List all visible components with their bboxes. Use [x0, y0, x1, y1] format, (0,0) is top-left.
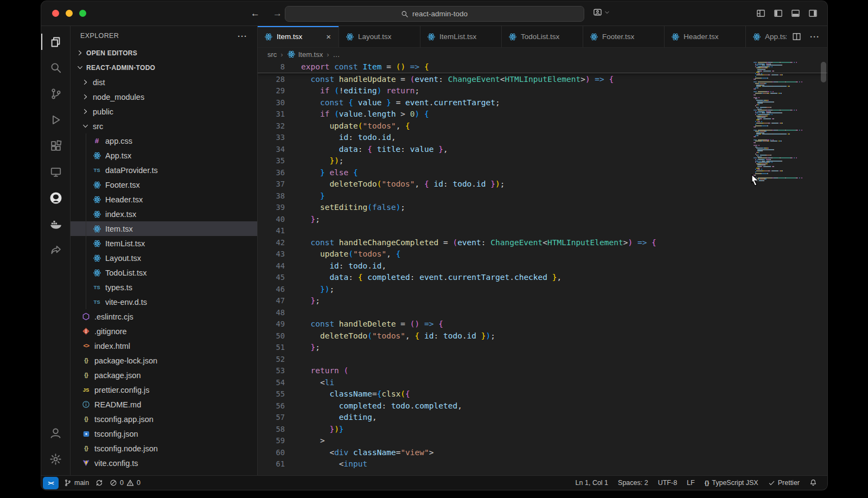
sticky-scroll-line[interactable]: 8export const Item = () => {	[258, 61, 827, 73]
code-line[interactable]: 32 update("todos", {	[258, 120, 827, 132]
code-line[interactable]: 60 <div className="view">	[258, 446, 827, 458]
minimize-button[interactable]	[66, 10, 73, 17]
tree-item-Header.tsx[interactable]: Header.tsx	[71, 192, 257, 207]
code-line[interactable]: 58 })}	[258, 423, 827, 435]
code-line[interactable]: 54 <li	[258, 376, 827, 388]
profile-menu[interactable]	[593, 8, 610, 17]
close-tab-icon[interactable]: ×	[325, 32, 332, 41]
code-editor[interactable]: 8export const Item = () => { 28 const ha…	[258, 61, 827, 475]
split-editor-icon[interactable]	[792, 32, 801, 41]
activity-docker[interactable]	[41, 211, 71, 237]
code-line[interactable]: 34 data: { title: value },	[258, 143, 827, 155]
tree-item-tsconfig.json[interactable]: tsconfig.json	[71, 426, 257, 441]
code-line[interactable]: 47 };	[258, 295, 827, 307]
code-line[interactable]: 50 deleteTodo("todos", { id: todo.id });	[258, 330, 827, 342]
activity-settings[interactable]	[41, 446, 71, 472]
sync-status[interactable]	[92, 476, 106, 490]
breadcrumb-item[interactable]: Item.tsx	[287, 50, 323, 59]
tree-item-.gitignore[interactable]: .gitignore	[71, 324, 257, 339]
tree-item-.eslintrc.cjs[interactable]: .eslintrc.cjs	[71, 309, 257, 324]
code-line[interactable]: 51 };	[258, 342, 827, 354]
tree-item-Item.tsx[interactable]: Item.tsx	[71, 221, 257, 236]
code-line[interactable]: 30 const { value } = event.currentTarget…	[258, 97, 827, 108]
code-line[interactable]: 31 if (value.length > 0) {	[258, 108, 827, 120]
tree-item-types.ts[interactable]: TStypes.ts	[71, 280, 257, 295]
branch-status[interactable]: main	[61, 476, 92, 490]
more-actions-icon[interactable]: ···	[810, 33, 820, 41]
status-spaces-2[interactable]: Spaces: 2	[613, 476, 653, 490]
code-line[interactable]: 55 className={clsx({	[258, 388, 827, 400]
activity-remote-explorer[interactable]	[41, 159, 71, 185]
code-line[interactable]: 61 <input	[258, 458, 827, 470]
tree-item-vite.config.ts[interactable]: vite.config.ts	[71, 456, 257, 470]
remote-indicator[interactable]: ><	[43, 477, 59, 489]
code-line[interactable]: 33 id: todo.id,	[258, 132, 827, 144]
code-line[interactable]: 28 const handleUpdate = (event: ChangeEv…	[258, 73, 827, 85]
activity-github[interactable]	[41, 185, 71, 211]
tree-item-app.css[interactable]: #app.css	[71, 133, 257, 148]
tab-Layout.tsx[interactable]: Layout.tsx	[339, 26, 420, 47]
command-center-search[interactable]: react-admin-todo	[285, 6, 584, 22]
code-line[interactable]: 41	[258, 225, 827, 237]
open-editors-section[interactable]: OPEN EDITORS	[71, 46, 257, 60]
code-line[interactable]: 52	[258, 353, 827, 365]
code-line[interactable]: 59 >	[258, 435, 827, 447]
tab-Item.tsx[interactable]: Item.tsx×	[258, 26, 339, 47]
tree-item-README.md[interactable]: README.md	[71, 397, 257, 412]
tab-ItemList.tsx[interactable]: ItemList.tsx	[420, 26, 502, 47]
code-line[interactable]: 42 const handleChangeCompleted = (event:…	[258, 237, 827, 248]
code-line[interactable]: 48	[258, 307, 827, 318]
code-line[interactable]: 53 return (	[258, 365, 827, 377]
tree-item-App.tsx[interactable]: App.tsx	[71, 148, 257, 163]
activity-source-control[interactable]	[41, 81, 71, 107]
tree-item-src[interactable]: src	[71, 119, 257, 133]
activity-accounts[interactable]	[41, 420, 71, 446]
code-line[interactable]: 40 };	[258, 213, 827, 225]
status-utf-8[interactable]: UTF-8	[653, 476, 682, 490]
nav-back-icon[interactable]: ←	[251, 8, 260, 19]
code-line[interactable]: 36 } else {	[258, 167, 827, 178]
status-ln-1-col-1[interactable]: Ln 1, Col 1	[571, 476, 613, 490]
tree-item-dist[interactable]: dist	[71, 75, 257, 90]
code-line[interactable]: 43 update("todos", {	[258, 248, 827, 260]
code-line[interactable]: 39 setEditing(false);	[258, 202, 827, 214]
status-lf[interactable]: LF	[682, 476, 700, 490]
tree-item-tsconfig.node.json[interactable]: {}tsconfig.node.json	[71, 441, 257, 456]
nav-forward-icon[interactable]: →	[273, 8, 282, 19]
tree-item-package-lock.json[interactable]: {}package-lock.json	[71, 353, 257, 368]
tab-TodoList.tsx[interactable]: TodoList.tsx	[502, 26, 583, 47]
breadcrumb-item[interactable]: src	[267, 50, 277, 59]
tree-item-ItemList.tsx[interactable]: ItemList.tsx	[71, 236, 257, 251]
status-prettier[interactable]: Prettier	[763, 476, 805, 490]
activity-explorer[interactable]	[41, 29, 71, 55]
scrollbar-thumb[interactable]	[821, 62, 826, 82]
tab-App.tsx[interactable]: App.tsx	[746, 26, 787, 47]
activity-extensions[interactable]	[41, 133, 71, 159]
code-line[interactable]: 45 data: { completed: event.currentTarge…	[258, 272, 827, 284]
close-button[interactable]	[52, 10, 59, 17]
code-line[interactable]: 29 if (!editing) return;	[258, 85, 827, 97]
tab-Footer.tsx[interactable]: Footer.tsx	[583, 26, 665, 47]
more-actions-icon[interactable]: ···	[238, 32, 247, 40]
code-line[interactable]: 38 }	[258, 190, 827, 202]
tab-Header.tsx[interactable]: Header.tsx	[665, 26, 746, 47]
code-line[interactable]: 46 });	[258, 283, 827, 295]
code-line[interactable]: 56 completed: todo.completed,	[258, 400, 827, 412]
customize-layout-icon[interactable]	[756, 9, 765, 18]
notifications-bell[interactable]	[805, 476, 822, 490]
problems-status[interactable]: 0 0	[106, 476, 144, 490]
breadcrumb-item[interactable]: …	[333, 50, 340, 59]
zoom-button[interactable]	[79, 10, 86, 17]
panel-left-icon[interactable]	[774, 9, 783, 18]
tree-item-tsconfig.app.json[interactable]: {}tsconfig.app.json	[71, 412, 257, 426]
tree-item-Footer.tsx[interactable]: Footer.tsx	[71, 177, 257, 192]
minimap[interactable]	[752, 62, 819, 181]
code-line[interactable]: 44 id: todo.id,	[258, 260, 827, 272]
tree-item-public[interactable]: public	[71, 104, 257, 119]
tree-item-Layout.tsx[interactable]: Layout.tsx	[71, 251, 257, 265]
panel-right-icon[interactable]	[808, 9, 818, 18]
activity-live-share[interactable]	[41, 237, 71, 263]
tree-item-index.tsx[interactable]: index.tsx	[71, 207, 257, 221]
tree-item-node_modules[interactable]: node_modules	[71, 90, 257, 104]
tree-item-TodoList.tsx[interactable]: TodoList.tsx	[71, 265, 257, 280]
